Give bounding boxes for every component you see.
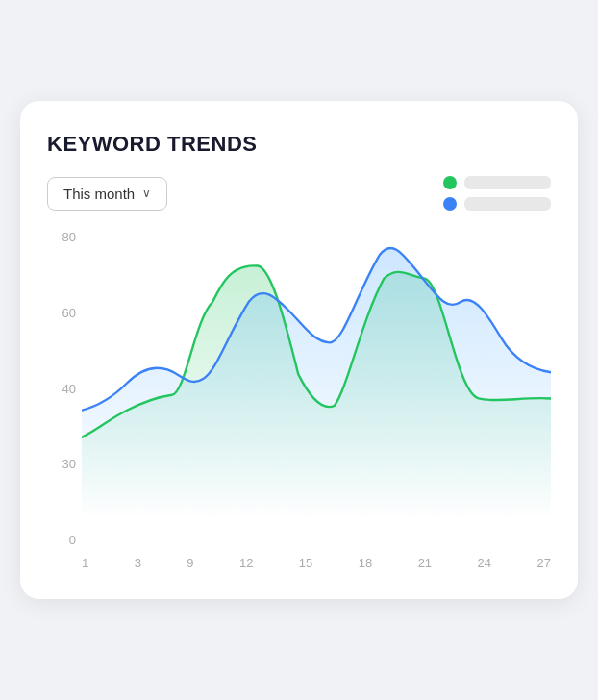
y-axis: 80 60 40 30 0 bbox=[47, 230, 82, 547]
x-label-18: 18 bbox=[359, 556, 372, 570]
chart-svg bbox=[82, 230, 551, 518]
legend-label-green bbox=[464, 176, 551, 189]
legend-label-blue bbox=[464, 197, 551, 211]
blue-fill-area bbox=[82, 248, 551, 518]
y-label-0: 0 bbox=[69, 533, 76, 547]
chart-legend bbox=[443, 176, 551, 211]
legend-dot-green bbox=[443, 176, 457, 189]
y-label-60: 60 bbox=[62, 306, 76, 320]
chart-area: 80 60 40 30 0 bbox=[47, 230, 551, 576]
legend-item-green bbox=[443, 176, 551, 189]
y-label-30: 30 bbox=[62, 457, 76, 471]
y-label-40: 40 bbox=[62, 382, 76, 396]
x-label-3: 3 bbox=[135, 556, 141, 570]
legend-dot-blue bbox=[443, 197, 457, 211]
x-label-1: 1 bbox=[82, 556, 88, 570]
x-label-15: 15 bbox=[299, 556, 312, 570]
period-dropdown[interactable]: This month ∨ bbox=[47, 177, 167, 211]
chevron-down-icon: ∨ bbox=[142, 187, 151, 200]
dropdown-label: This month bbox=[63, 186, 135, 202]
x-axis: 1 3 9 12 15 18 21 24 27 bbox=[82, 549, 551, 576]
x-label-21: 21 bbox=[418, 556, 432, 570]
x-label-12: 12 bbox=[239, 556, 253, 570]
x-label-24: 24 bbox=[478, 556, 491, 570]
legend-item-blue bbox=[443, 197, 551, 211]
keyword-trends-card: KEYWORD TRENDS This month ∨ 80 60 40 30 … bbox=[20, 101, 578, 599]
card-title: KEYWORD TRENDS bbox=[47, 132, 551, 157]
controls-row: This month ∨ bbox=[47, 176, 551, 211]
x-label-27: 27 bbox=[536, 556, 550, 570]
x-label-9: 9 bbox=[187, 556, 193, 570]
y-label-80: 80 bbox=[62, 230, 76, 244]
